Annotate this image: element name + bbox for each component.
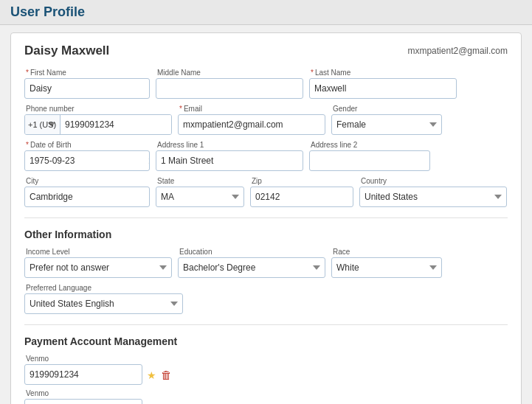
personal-info-section: *First Name Middle Name *Last Name Phone… bbox=[24, 69, 508, 207]
address1-field: Address line 1 bbox=[156, 141, 303, 171]
education-select[interactable]: Bachelor's Degree High School Master's D… bbox=[178, 257, 325, 278]
other-info-title: Other Information bbox=[24, 229, 508, 240]
divider-1 bbox=[24, 217, 508, 218]
email-label: *Email bbox=[178, 105, 325, 113]
email-field: *Email bbox=[178, 105, 325, 135]
middle-name-input[interactable] bbox=[156, 78, 303, 99]
first-name-label: *First Name bbox=[24, 69, 150, 77]
country-select[interactable]: United States Canada Other bbox=[359, 187, 507, 207]
state-label: State bbox=[156, 177, 244, 185]
last-name-label: *Last Name bbox=[309, 69, 457, 77]
phone-wrapper: +1 (US) bbox=[24, 114, 172, 135]
phone-field: Phone number +1 (US) bbox=[24, 105, 172, 135]
dob-icons: ✕ 📅 bbox=[145, 156, 150, 167]
address2-field: Address line 2 bbox=[309, 141, 430, 171]
divider-2 bbox=[24, 324, 508, 325]
main-card: Daisy Maxwell mxmpatient2@gmail.com *Fir… bbox=[10, 32, 522, 404]
other-info-section: Other Information Income Level Prefer no… bbox=[24, 229, 508, 314]
payment-row-1: Venmo ★ 🗑 bbox=[24, 355, 508, 385]
dob-wrapper: ✕ 📅 bbox=[24, 150, 150, 171]
middle-name-field: Middle Name bbox=[156, 69, 303, 99]
state-select[interactable]: MA CA NY bbox=[156, 187, 244, 207]
phone-country-select[interactable]: +1 (US) bbox=[25, 115, 61, 134]
race-field: Race White Black or African American Asi… bbox=[331, 248, 442, 278]
address2-label: Address line 2 bbox=[309, 141, 430, 149]
city-label: City bbox=[24, 177, 150, 185]
payment-type-2: Venmo bbox=[24, 389, 142, 404]
zip-input[interactable] bbox=[250, 187, 353, 207]
dob-input[interactable] bbox=[25, 151, 145, 170]
address2-input[interactable] bbox=[309, 150, 430, 171]
gender-select[interactable]: Female Male Other bbox=[331, 114, 442, 135]
dob-label: *Date of Birth bbox=[24, 141, 150, 149]
address1-label: Address line 1 bbox=[156, 141, 303, 149]
first-name-input[interactable] bbox=[24, 78, 150, 99]
card-header: Daisy Maxwell mxmpatient2@gmail.com bbox=[24, 43, 508, 58]
education-field: Education Bachelor's Degree High School … bbox=[178, 248, 325, 278]
zip-label: Zip bbox=[250, 177, 353, 185]
star-icon-1[interactable]: ★ bbox=[147, 369, 156, 381]
payment-title: Payment Account Management bbox=[24, 335, 508, 347]
middle-name-label: Middle Name bbox=[156, 69, 303, 77]
country-label: Country bbox=[359, 177, 507, 185]
payment-section: Payment Account Management Venmo ★ 🗑 Ven… bbox=[24, 335, 508, 404]
education-label: Education bbox=[178, 248, 325, 256]
address1-input[interactable] bbox=[156, 150, 303, 171]
trash-icon-1[interactable]: 🗑 bbox=[161, 369, 172, 381]
payment-type-1: Venmo bbox=[24, 355, 142, 385]
income-select[interactable]: Prefer not to answer Less than $25,000 $… bbox=[24, 257, 172, 278]
last-name-input[interactable] bbox=[309, 78, 457, 99]
patient-email: mxmpatient2@gmail.com bbox=[407, 46, 508, 56]
race-select[interactable]: White Black or African American Asian Ot… bbox=[331, 257, 442, 278]
income-label: Income Level bbox=[24, 248, 172, 256]
city-field: City bbox=[24, 177, 150, 207]
page-title: User Profile bbox=[10, 4, 522, 20]
gender-label: Gender bbox=[331, 105, 442, 113]
city-input[interactable] bbox=[24, 187, 150, 207]
income-field: Income Level Prefer not to answer Less t… bbox=[24, 248, 172, 278]
first-name-field: *First Name bbox=[24, 69, 150, 99]
zip-field: Zip bbox=[250, 177, 353, 207]
race-label: Race bbox=[331, 248, 442, 256]
phone-label: Phone number bbox=[24, 105, 172, 113]
payment-type-label-1: Venmo bbox=[24, 355, 142, 363]
payment-row-2: Venmo ★ 🗑 bbox=[24, 389, 508, 404]
payment-type-label-2: Venmo bbox=[24, 389, 142, 397]
state-field: State MA CA NY bbox=[156, 177, 244, 207]
language-field: Preferred Language United States English… bbox=[24, 284, 183, 314]
payment-input-2[interactable] bbox=[24, 399, 142, 404]
last-name-field: *Last Name bbox=[309, 69, 457, 99]
patient-name: Daisy Maxwell bbox=[24, 43, 109, 58]
dob-clear-icon[interactable]: ✕ bbox=[148, 156, 150, 167]
email-input[interactable] bbox=[178, 114, 325, 135]
dob-field: *Date of Birth ✕ 📅 bbox=[24, 141, 150, 171]
language-select[interactable]: United States English Spanish French bbox=[24, 293, 183, 314]
phone-input[interactable] bbox=[61, 115, 172, 134]
language-label: Preferred Language bbox=[24, 284, 183, 292]
payment-input-1[interactable] bbox=[24, 364, 142, 385]
other-info-grid: Income Level Prefer not to answer Less t… bbox=[24, 248, 508, 314]
gender-field: Gender Female Male Other bbox=[331, 105, 442, 135]
country-field: Country United States Canada Other bbox=[359, 177, 507, 207]
page-header: User Profile bbox=[0, 0, 532, 25]
